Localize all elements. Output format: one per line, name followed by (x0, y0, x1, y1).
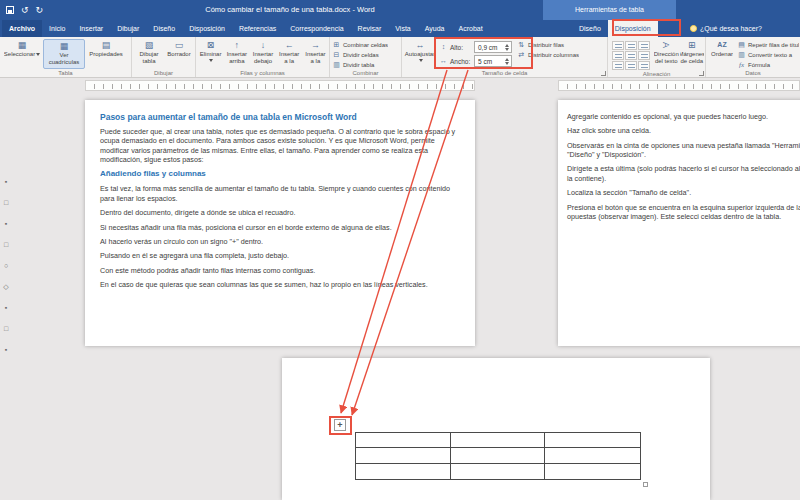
dibujar-tabla-button[interactable]: ▧ Dibujar tabla (134, 39, 164, 69)
group-combinar: ⊞ Combinar celdas ⊟ Dividir celdas ▥ Div… (330, 37, 402, 77)
formula-button[interactable]: fx Fórmula (737, 60, 799, 69)
side-tool-icon[interactable]: ◇ (3, 283, 8, 291)
borrador-button[interactable]: ▭ Borrador (165, 39, 193, 69)
table-cell[interactable] (356, 448, 451, 463)
insert-below-icon: ↓ (256, 39, 270, 51)
convertir-texto-button[interactable]: ▥ Convertir texto a (737, 50, 799, 59)
tab-correspondencia[interactable]: Correspondencia (283, 20, 350, 37)
side-tool-icon[interactable]: ▪ (5, 220, 7, 228)
properties-icon: ▤ (99, 39, 113, 51)
repetir-filas-titulo-button[interactable]: ▤ Repetir filas de título (737, 40, 799, 49)
seleccionar-button[interactable]: ▦ Seleccionar (2, 39, 42, 69)
redo-icon[interactable]: ↻ (36, 0, 44, 20)
autoajustar-button[interactable]: ↔ Autoajustar (404, 39, 436, 69)
ver-cuadriculas-button[interactable]: ▦ Ver cuadrículas (43, 39, 85, 69)
group-label-tamano-celda: Tamaño de celda (402, 69, 607, 77)
table-cell[interactable] (356, 433, 451, 448)
insertar-arriba-button[interactable]: ↑ Insertar arriba (224, 39, 249, 69)
convert-to-text-icon: ▥ (737, 51, 746, 59)
doc-paragraph: Observarás en la cinta de opciones una n… (567, 141, 800, 160)
insertar-debajo-button[interactable]: ↓ Insertar debajo (250, 39, 275, 69)
align-center-button[interactable] (625, 51, 637, 60)
tab-diseno[interactable]: Diseño (146, 20, 182, 37)
insertar-izquierda-button[interactable]: ← Insertar a la izquierda (277, 39, 302, 69)
context-tab-disposicion[interactable]: Disposición (608, 20, 658, 37)
delete-icon: ⊠ (204, 39, 218, 51)
align-top-right-button[interactable] (638, 41, 650, 50)
tab-disposicion[interactable]: Disposición (182, 20, 232, 37)
side-tool-icon[interactable]: □ (4, 199, 8, 207)
table-cell[interactable] (451, 433, 546, 448)
tab-ayuda[interactable]: Ayuda (418, 20, 452, 37)
document-page-2[interactable]: Agregarle contenido es opcional, ya que … (558, 100, 800, 346)
side-tool-icon[interactable]: □ (4, 325, 8, 333)
dialog-launcher-icon[interactable] (601, 71, 606, 76)
alto-input[interactable]: 0,9 cm (474, 41, 512, 53)
tab-insertar[interactable]: Insertar (72, 20, 110, 37)
select-table-icon: ▦ (15, 39, 29, 51)
table-cell[interactable] (545, 448, 640, 463)
side-tool-icon[interactable]: ○ (4, 262, 8, 270)
side-tool-icon[interactable]: ▪ (5, 304, 7, 312)
table-move-handle[interactable]: + (334, 419, 346, 431)
dialog-launcher-icon[interactable] (699, 71, 704, 76)
side-tool-icon[interactable]: ▪ (5, 178, 7, 186)
document-page-3[interactable]: + (282, 358, 710, 500)
tab-vista[interactable]: Vista (388, 20, 417, 37)
tab-revisar[interactable]: Revisar (351, 20, 389, 37)
context-tab-diseno[interactable]: Diseño (572, 20, 608, 37)
sort-icon: AZ (715, 39, 729, 51)
align-bottom-center-button[interactable] (625, 61, 637, 70)
insertar-derecha-button[interactable]: → Insertar a la derecha (303, 39, 328, 69)
merge-cells-icon: ⊞ (332, 41, 341, 49)
tab-acrobat[interactable]: Acrobat (452, 20, 490, 37)
align-bottom-left-button[interactable] (612, 61, 624, 70)
tell-me-box[interactable]: ¿Qué desea hacer? (690, 20, 762, 37)
split-table-icon: ▥ (332, 61, 341, 69)
eliminar-button[interactable]: ⊠ Eliminar (198, 39, 223, 69)
alto-spinner[interactable] (503, 44, 510, 51)
chevron-down-icon (419, 59, 423, 62)
combinar-celdas-button[interactable]: ⊞ Combinar celdas (332, 40, 388, 49)
table-cell[interactable] (545, 464, 640, 479)
group-dibujar: ▧ Dibujar tabla ▭ Borrador Dibujar (132, 37, 196, 77)
margenes-celda-button[interactable]: ⊞ Márgenes de celda (680, 39, 705, 69)
ancho-input[interactable]: 5 cm (474, 55, 512, 67)
group-filas-columnas: ⊠ Eliminar ↑ Insertar arriba ↓ Insertar … (196, 37, 330, 77)
align-bottom-right-button[interactable] (638, 61, 650, 70)
table-cell[interactable] (451, 448, 546, 463)
ordenar-button[interactable]: AZ Ordenar (708, 39, 736, 69)
quick-access-toolbar: ↺ ↻ (6, 0, 43, 20)
repeat-header-rows-icon: ▤ (737, 41, 746, 49)
align-center-left-button[interactable] (612, 51, 624, 60)
table-cell[interactable] (356, 464, 451, 479)
direccion-texto-button[interactable]: A Dirección del texto (654, 39, 679, 69)
ancho-spinner[interactable] (503, 58, 510, 65)
tab-archivo[interactable]: Archivo (2, 20, 42, 37)
distribuir-filas-button[interactable]: ⇅ Distribuir filas (517, 40, 579, 49)
distribuir-columnas-button[interactable]: ⇄ Distribuir columnas (517, 50, 579, 59)
word-window: ↺ ↻ Cómo cambiar el tamaño de una tabla.… (0, 0, 800, 500)
document-page-1[interactable]: Pasos para aumentar el tamaño de una tab… (85, 100, 475, 346)
side-tool-icon[interactable]: □ (4, 241, 8, 249)
table-cell[interactable] (451, 464, 546, 479)
tab-referencias[interactable]: Referencias (232, 20, 283, 37)
document-table (355, 432, 641, 480)
autofit-icon: ↔ (413, 39, 427, 51)
table-resize-handle[interactable] (643, 482, 648, 487)
table-cell[interactable] (545, 433, 640, 448)
group-tabla: ▦ Seleccionar ▦ Ver cuadrículas ▤ Propie… (0, 37, 132, 77)
dividir-celdas-button[interactable]: ⊟ Dividir celdas (332, 50, 388, 59)
undo-icon[interactable]: ↺ (21, 0, 29, 20)
save-icon[interactable] (6, 6, 14, 14)
dividir-tabla-button[interactable]: ▥ Dividir tabla (332, 60, 388, 69)
align-center-right-button[interactable] (638, 51, 650, 60)
doc-paragraph: Agregarle contenido es opcional, ya que … (567, 112, 800, 121)
propiedades-button[interactable]: ▤ Propiedades (86, 39, 126, 69)
side-tool-icon[interactable]: ▪ (5, 346, 7, 354)
align-top-center-button[interactable] (625, 41, 637, 50)
tab-inicio[interactable]: Inicio (42, 20, 72, 37)
align-top-left-button[interactable] (612, 41, 624, 50)
tab-dibujar[interactable]: Dibujar (110, 20, 146, 37)
doc-paragraph: Dentro del documento, dirígete a dónde s… (100, 208, 459, 217)
